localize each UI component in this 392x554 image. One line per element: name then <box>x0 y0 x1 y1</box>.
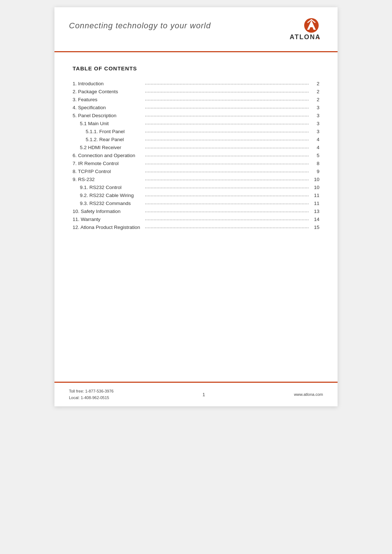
dots-decoration <box>145 196 309 196</box>
toc-row: 9.2. RS232 Cable Wiring11 <box>73 191 319 199</box>
toc-item-label: 2. Package Contents <box>73 87 145 95</box>
toc-item-label: 11. Warranty <box>73 215 145 223</box>
toc-row: 11. Warranty14 <box>73 215 319 223</box>
toc-row: 5.2 HDMI Receiver4 <box>73 143 319 151</box>
toc-row: 12. Atlona Product Registration15 <box>73 223 319 231</box>
footer-website: www.atlona.com <box>294 392 323 397</box>
toc-page-number: 10 <box>309 183 319 191</box>
toc-item-label: 5.1 Main Unit <box>73 119 145 127</box>
footer-contact: Toll free: 1-877-536-3976 Local: 1-408-9… <box>69 388 114 401</box>
toc-dots <box>145 143 309 151</box>
dots-decoration <box>145 132 309 132</box>
dots-decoration <box>145 212 309 212</box>
toc-row: 9.3. RS232 Commands11 <box>73 199 319 207</box>
toc-dots <box>145 103 309 111</box>
toc-page-number: 3 <box>309 127 319 135</box>
toc-item-label: 3. Features <box>73 95 145 103</box>
dots-decoration <box>145 188 309 188</box>
dots-decoration <box>145 204 309 204</box>
toc-item-label: 8. TCP/IP Control <box>73 167 145 175</box>
toc-page-number: 3 <box>309 119 319 127</box>
dots-decoration <box>145 124 309 124</box>
toc-page-number: 15 <box>309 223 319 231</box>
toc-dots <box>145 95 309 103</box>
toc-dots <box>145 175 309 183</box>
footer: Toll free: 1-877-536-3976 Local: 1-408-9… <box>54 382 338 406</box>
toc-page-number: 2 <box>309 79 319 87</box>
toc-row: 5.1 Main Unit3 <box>73 119 319 127</box>
toc-page-number: 5 <box>309 151 319 159</box>
header: Connecting technology to your world ATLO… <box>54 7 338 52</box>
toc-dots <box>145 223 309 231</box>
toc-dots <box>145 87 309 95</box>
toc-item-label: 5.2 HDMI Receiver <box>73 143 145 151</box>
toc-row: 4. Specification3 <box>73 103 319 111</box>
dots-decoration <box>145 219 309 220</box>
toc-page-number: 11 <box>309 191 319 199</box>
toc-dots <box>145 207 309 215</box>
svg-text:ATLONA: ATLONA <box>290 33 321 41</box>
dots-decoration <box>145 180 309 180</box>
toc-row: 6. Connection and Operation5 <box>73 151 319 159</box>
toc-page-number: 10 <box>309 175 319 183</box>
toc-row: 1. Introduction2 <box>73 79 319 87</box>
toc-item-label: 1. Introduction <box>73 79 145 87</box>
toc-row: 5. Panel Description3 <box>73 111 319 119</box>
toc-row: 5.1.1. Front Panel3 <box>73 127 319 135</box>
footer-page-number: 1 <box>203 392 205 397</box>
toc-table: 1. Introduction22. Package Contents23. F… <box>73 79 319 231</box>
toc-page-number: 2 <box>309 87 319 95</box>
toc-page-number: 11 <box>309 199 319 207</box>
toc-page-number: 3 <box>309 103 319 111</box>
toc-dots <box>145 127 309 135</box>
tagline: Connecting technology to your world <box>69 17 211 30</box>
toc-row: 9. RS-23210 <box>73 175 319 183</box>
toc-item-label: 10. Safety Information <box>73 207 145 215</box>
content: TABLE OF CONTENTS 1. Introduction22. Pac… <box>54 52 338 382</box>
toc-dots <box>145 151 309 159</box>
dots-decoration <box>145 156 309 156</box>
toc-page-number: 4 <box>309 143 319 151</box>
toc-item-label: 9. RS-232 <box>73 175 145 183</box>
toc-page-number: 2 <box>309 95 319 103</box>
toc-dots <box>145 167 309 175</box>
toc-item-label: 9.2. RS232 Cable Wiring <box>73 191 145 199</box>
toc-item-label: 5.1.1. Front Panel <box>73 127 145 135</box>
toc-item-label: 7. IR Remote Control <box>73 159 145 167</box>
dots-decoration <box>145 92 309 93</box>
toc-item-label: 9.3. RS232 Commands <box>73 199 145 207</box>
toc-page-number: 8 <box>309 159 319 167</box>
logo-container: ATLONA . <box>283 17 323 45</box>
toc-page-number: 4 <box>309 135 319 143</box>
toc-dots <box>145 159 309 167</box>
toc-dots <box>145 183 309 191</box>
atlona-logo: ATLONA . <box>283 17 323 45</box>
toc-item-label: 6. Connection and Operation <box>73 151 145 159</box>
toc-page-number: 9 <box>309 167 319 175</box>
dots-decoration <box>145 164 309 164</box>
toll-free-label: Toll free: 1-877-536-3976 <box>69 389 114 393</box>
toc-dots <box>145 111 309 119</box>
toc-item-label: 5. Panel Description <box>73 111 145 119</box>
toc-row: 8. TCP/IP Control9 <box>73 167 319 175</box>
toc-dots <box>145 215 309 223</box>
toc-row: 7. IR Remote Control8 <box>73 159 319 167</box>
toc-item-label: 12. Atlona Product Registration <box>73 223 145 231</box>
dots-decoration <box>145 100 309 100</box>
toc-title: TABLE OF CONTENTS <box>73 65 319 71</box>
toc-dots <box>145 199 309 207</box>
toc-dots <box>145 135 309 143</box>
dots-decoration <box>145 148 309 148</box>
toc-row: 5.1.2. Rear Panel4 <box>73 135 319 143</box>
dots-decoration <box>145 108 309 108</box>
toc-dots <box>145 79 309 87</box>
toc-dots <box>145 119 309 127</box>
page: Connecting technology to your world ATLO… <box>54 7 338 406</box>
dots-decoration <box>145 172 309 172</box>
toc-item-label: 9.1. RS232 Control <box>73 183 145 191</box>
toc-dots <box>145 191 309 199</box>
toc-row: 3. Features2 <box>73 95 319 103</box>
toc-page-number: 3 <box>309 111 319 119</box>
toc-item-label: 5.1.2. Rear Panel <box>73 135 145 143</box>
toc-row: 10. Safety Information13 <box>73 207 319 215</box>
